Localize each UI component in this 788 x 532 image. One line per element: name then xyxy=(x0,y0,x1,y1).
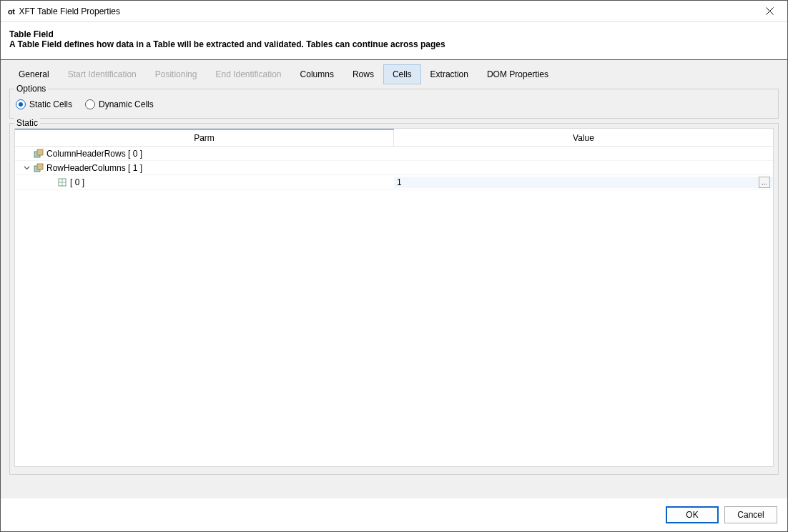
svg-rect-5 xyxy=(37,164,43,169)
param-label: RowHeaderColumns [ 1 ] xyxy=(46,163,142,173)
tab-positioning: Positioning xyxy=(146,64,207,84)
tab-columns[interactable]: Columns xyxy=(291,64,343,84)
page-description: A Table Field defines how data in a Tabl… xyxy=(9,39,779,49)
options-legend: Options xyxy=(14,84,48,94)
tab-cells[interactable]: Cells xyxy=(383,64,421,84)
tab-start-identification: Start Identification xyxy=(59,64,146,84)
param-label: [ 0 ] xyxy=(70,177,84,187)
col-header-parm[interactable]: Parm xyxy=(15,130,394,146)
header-section: Table Field A Table Field defines how da… xyxy=(1,22,787,60)
dialog-footer: OK Cancel xyxy=(1,498,787,531)
cancel-button[interactable]: Cancel xyxy=(724,506,777,523)
static-fieldset: Static Parm Value ColumnHeaderRows [ 0 ]… xyxy=(9,123,779,475)
static-cells-label: Static Cells xyxy=(29,99,72,109)
table-row[interactable]: RowHeaderColumns [ 1 ] xyxy=(15,161,773,175)
close-icon xyxy=(766,7,774,15)
ok-button[interactable]: OK xyxy=(666,506,719,523)
page-title: Table Field xyxy=(9,29,779,39)
value-cell[interactable]: 1 xyxy=(397,177,402,187)
table-row[interactable]: ColumnHeaderRows [ 0 ] xyxy=(15,147,773,161)
tree-body: ColumnHeaderRows [ 0 ]RowHeaderColumns [… xyxy=(15,147,773,466)
options-fieldset: Options Static Cells Dynamic Cells xyxy=(9,89,779,119)
window-title: XFT Table Field Properties xyxy=(19,6,759,16)
tab-general[interactable]: General xyxy=(9,64,59,84)
more-button[interactable]: ... xyxy=(759,177,770,188)
svg-rect-3 xyxy=(37,149,43,155)
dynamic-cells-label: Dynamic Cells xyxy=(99,99,154,109)
col-header-value[interactable]: Value xyxy=(394,130,773,146)
table-row[interactable]: [ 0 ]1... xyxy=(15,175,773,189)
param-label: ColumnHeaderRows [ 0 ] xyxy=(46,149,142,159)
static-cells-radio[interactable]: Static Cells xyxy=(16,99,72,109)
tab-dom-properties[interactable]: DOM Properties xyxy=(478,64,558,84)
tab-end-identification: End Identification xyxy=(206,64,290,84)
param-group-icon xyxy=(34,149,44,159)
radio-icon xyxy=(85,99,95,109)
static-legend: Static xyxy=(14,118,40,128)
titlebar: ot XFT Table Field Properties xyxy=(1,1,787,22)
tab-extraction[interactable]: Extraction xyxy=(421,64,478,84)
content-area: GeneralStart IdentificationPositioningEn… xyxy=(1,60,787,528)
tab-rows[interactable]: Rows xyxy=(343,64,383,84)
tab-bar: GeneralStart IdentificationPositioningEn… xyxy=(9,60,779,84)
param-group-icon xyxy=(34,163,44,173)
tree-table: Parm Value ColumnHeaderRows [ 0 ]RowHead… xyxy=(14,128,774,467)
radio-icon xyxy=(16,99,26,109)
close-button[interactable] xyxy=(759,1,780,22)
param-item-icon xyxy=(57,177,67,187)
app-icon: ot xyxy=(8,7,14,16)
dynamic-cells-radio[interactable]: Dynamic Cells xyxy=(85,99,154,109)
tree-header: Parm Value xyxy=(15,130,773,147)
chevron-down-icon[interactable] xyxy=(22,164,31,172)
